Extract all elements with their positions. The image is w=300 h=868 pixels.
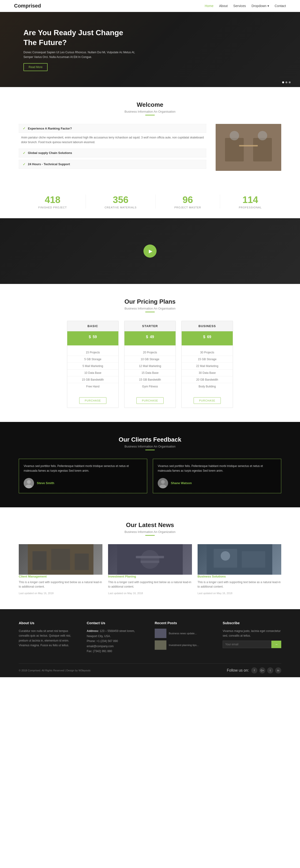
svg-rect-5	[239, 145, 258, 147]
svg-point-7	[27, 480, 31, 484]
footer-thumb-2	[155, 640, 166, 650]
pricing-feat: Gym Fitness	[125, 383, 175, 390]
news-category-1: Client Management	[19, 575, 102, 578]
testimonial-author-2: Shane Watson	[158, 478, 276, 488]
pricing-btn-starter[interactable]: PURCHASE	[136, 397, 163, 404]
hero-content: Are You Ready Just Change The Future? Do…	[24, 28, 136, 71]
svg-rect-13	[33, 551, 47, 570]
pricing-feat: Body Building	[181, 383, 233, 390]
navbar-links: Home About Services Dropdown ▾ Contact	[205, 4, 286, 8]
pricing-card-starter: STARTER $ 49 20 Projects 10 GB Storage 1…	[124, 321, 176, 408]
footer-subscribe-title: Subscribe	[223, 621, 281, 625]
testimonials-title: Our Clients Feedback	[19, 436, 281, 443]
testimonials-divider	[145, 450, 155, 450]
welcome-title: Welcome	[19, 101, 281, 108]
news-category-2: Investment Planing	[108, 575, 192, 578]
stat-number-1: 418	[38, 194, 67, 205]
welcome-right	[215, 124, 281, 171]
news-card-2: Investment Planing This is a longer card…	[108, 544, 192, 595]
hero-dot-3[interactable]	[289, 82, 291, 83]
play-button[interactable]: ▶	[143, 245, 157, 258]
pricing-btn-basic[interactable]: PURCHASE	[79, 397, 106, 404]
footer-subscribe-btn[interactable]: →	[271, 641, 281, 648]
footer-grid: About Us Curabitur non nulla sit amet ni…	[19, 621, 281, 654]
social-facebook[interactable]: f	[251, 668, 257, 674]
welcome-divider	[145, 115, 155, 116]
pricing-feat: 10 Data Base	[67, 370, 119, 376]
pricing-header-basic: BASIC	[67, 321, 119, 331]
social-twitter[interactable]: t	[267, 668, 273, 674]
pricing-price-starter: $ 49	[125, 331, 175, 345]
pricing-section: Our Pricing Plans Business Information A…	[0, 284, 300, 422]
pricing-feat: 15 GB Storage	[181, 356, 233, 363]
stat-div-3	[220, 194, 220, 209]
pricing-feat: Free Hand	[67, 383, 119, 390]
news-section: Our Latest News Business Information An …	[0, 507, 300, 609]
welcome-section: Welcome Business Information An Organisa…	[0, 87, 300, 185]
stat-1: 418 FINISHED PROJECT	[38, 194, 67, 209]
footer-recent-list: Business news update... Investment plann…	[155, 629, 213, 650]
hero-dot-1[interactable]	[282, 82, 284, 83]
footer-recent-text-2: Investment planning tips...	[169, 644, 199, 647]
footer-follow: Follow us on: f G+ t in	[227, 668, 281, 674]
testimonials-subtitle: Business Information An Organisation	[19, 445, 281, 448]
testimonials-section: Our Clients Feedback Business Informatio…	[0, 422, 300, 507]
nav-contact[interactable]: Contact	[275, 4, 286, 8]
pricing-btn-business[interactable]: PURCHASE	[194, 397, 221, 404]
pricing-subtitle: Business Information An Organisation	[19, 307, 281, 310]
footer-subscribe-form: →	[223, 641, 281, 648]
footer-social-icons: f G+ t in	[251, 668, 281, 674]
pricing-feat: 15 Data Base	[125, 370, 175, 376]
footer-contact-title: Contact Us	[87, 621, 145, 625]
pricing-feat: 15 GB Bandwidth	[125, 376, 175, 383]
footer-recent-text-1: Business news update...	[169, 632, 197, 635]
testimonial-name-1: Steve Smith	[37, 481, 54, 485]
svg-point-23	[221, 551, 230, 561]
footer-email-input[interactable]	[223, 641, 271, 648]
news-excerpt-2: This is a longer card with supporting te…	[108, 580, 192, 589]
nav-home[interactable]: Home	[205, 4, 213, 8]
hero-cta[interactable]: Read More	[24, 63, 47, 71]
pricing-card-business: BUSINESS $ 69 30 Projects 15 GB Storage …	[181, 321, 233, 408]
stat-div-1	[86, 194, 86, 209]
stat-2: 356 CREATIVE MATERIALS	[104, 194, 137, 209]
nav-dropdown[interactable]: Dropdown ▾	[252, 4, 269, 8]
footer-about: About Us Curabitur non nulla sit amet ni…	[19, 621, 77, 654]
pricing-header-starter: STARTER	[125, 321, 175, 331]
stat-number-4: 114	[239, 194, 262, 205]
pricing-price-business: $ 69	[181, 331, 233, 345]
svg-rect-22	[242, 551, 265, 568]
footer-recent-title: Recent Posts	[155, 621, 213, 625]
hero-description: Donec Consequat Sapien Ut Leo Cursus Rho…	[24, 50, 136, 59]
stat-label-4: PROFESSIONAL	[239, 206, 262, 209]
footer-about-text: Curabitur non nulla sit amet nisl tempus…	[19, 629, 77, 648]
pricing-divider	[145, 312, 155, 312]
news-excerpt-1: This is a longer card with supporting te…	[19, 580, 102, 589]
news-divider	[145, 535, 155, 536]
news-title: Our Latest News	[19, 521, 281, 529]
stats-grid: 418 FINISHED PROJECT 356 CREATIVE MATERI…	[19, 194, 281, 209]
stat-label-2: CREATIVE MATERIALS	[104, 206, 137, 209]
social-google[interactable]: G+	[259, 668, 265, 674]
svg-rect-14	[51, 549, 70, 570]
pricing-feat: 12 Mail Marketing	[125, 363, 175, 370]
footer-follow-label: Follow us on:	[227, 668, 249, 673]
pricing-features-basic: 15 Projects 5 GB Storage 5 Mail Marketin…	[67, 345, 119, 394]
stat-3: 96 PROJECT MASTER	[174, 194, 201, 209]
hero-dot-2[interactable]	[286, 82, 287, 83]
footer-subscribe-col: Subscribe Vivamus magna justo, lacinia e…	[223, 621, 281, 654]
nav-about[interactable]: About	[219, 4, 228, 8]
news-image-2	[108, 544, 192, 575]
video-section: ▶	[0, 218, 300, 284]
stat-4: 114 PROFESSIONAL	[239, 194, 262, 209]
testimonial-avatar-2	[158, 478, 168, 488]
stat-number-3: 96	[174, 194, 201, 205]
pricing-title: Our Pricing Plans	[19, 298, 281, 305]
testimonial-1: Vivamus sed porttitor felis. Pellentesqu…	[19, 459, 147, 493]
check-item-1: ✓ Experience A Ranking Factor?	[19, 124, 206, 133]
check-item-3: ✓ 24 Hours - Technical Support	[19, 160, 206, 169]
social-linkedin[interactable]: in	[275, 668, 281, 674]
pricing-feat: 30 Projects	[181, 349, 233, 356]
navbar-logo: Comprised	[14, 3, 41, 9]
nav-services[interactable]: Services	[233, 4, 246, 8]
